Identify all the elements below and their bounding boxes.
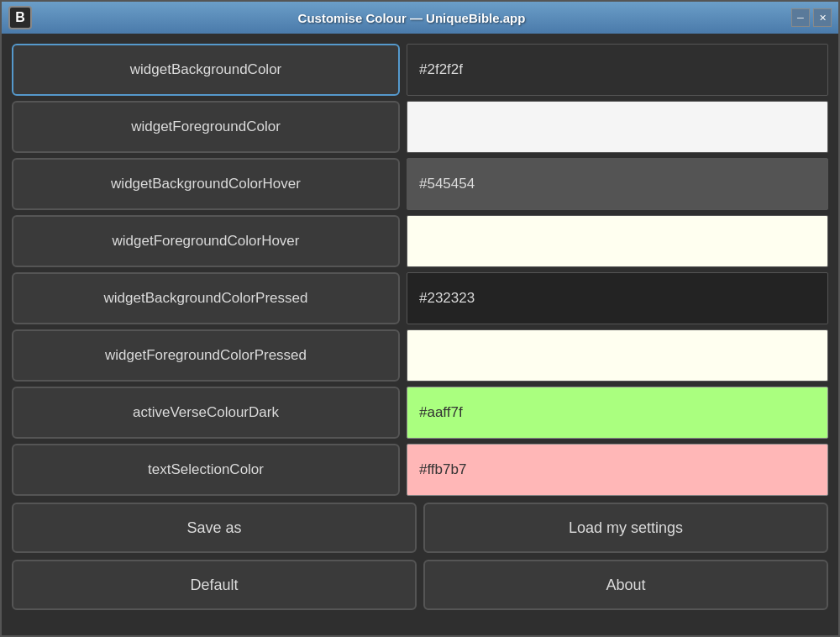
label-button-widgetForegroundColorHover[interactable]: widgetForegroundColorHover — [12, 215, 400, 267]
content-area: widgetBackgroundColor#2f2f2fwidgetForegr… — [2, 34, 838, 635]
color-value-widgetBackgroundColorPressed[interactable]: #232323 — [407, 272, 828, 324]
titlebar: B Customise Colour — UniqueBible.app ─ ✕ — [2, 2, 838, 34]
default-button[interactable]: Default — [12, 560, 417, 610]
bottom-buttons-row-2: Default About — [12, 560, 828, 610]
window-title: Customise Colour — UniqueBible.app — [32, 11, 791, 25]
app-logo: B — [8, 6, 32, 29]
color-row-widgetBackgroundColorHover: widgetBackgroundColorHover#545454 — [12, 158, 828, 210]
label-button-widgetForegroundColorPressed[interactable]: widgetForegroundColorPressed — [12, 329, 400, 382]
color-rows-container: widgetBackgroundColor#2f2f2fwidgetForegr… — [12, 44, 828, 496]
main-window: B Customise Colour — UniqueBible.app ─ ✕… — [0, 0, 840, 637]
color-row-widgetForegroundColorHover: widgetForegroundColorHover — [12, 215, 828, 267]
color-value-textSelectionColor[interactable]: #ffb7b7 — [407, 444, 828, 496]
label-button-widgetBackgroundColor[interactable]: widgetBackgroundColor — [12, 44, 400, 96]
close-button[interactable]: ✕ — [813, 8, 832, 27]
label-button-activeVerseColourDark[interactable]: activeVerseColourDark — [12, 387, 400, 439]
color-row-widgetForegroundColorPressed: widgetForegroundColorPressed — [12, 329, 828, 382]
color-value-widgetForegroundColorHover[interactable] — [407, 215, 828, 267]
label-button-widgetBackgroundColorPressed[interactable]: widgetBackgroundColorPressed — [12, 272, 400, 324]
save-as-button[interactable]: Save as — [12, 503, 417, 553]
color-row-widgetBackgroundColorPressed: widgetBackgroundColorPressed#232323 — [12, 272, 828, 324]
label-button-textSelectionColor[interactable]: textSelectionColor — [12, 444, 400, 496]
minimize-button[interactable]: ─ — [791, 8, 810, 27]
color-row-textSelectionColor: textSelectionColor#ffb7b7 — [12, 444, 828, 496]
color-value-widgetForegroundColorPressed[interactable] — [407, 329, 828, 382]
label-button-widgetBackgroundColorHover[interactable]: widgetBackgroundColorHover — [12, 158, 400, 210]
color-value-widgetBackgroundColor[interactable]: #2f2f2f — [407, 44, 828, 96]
color-row-widgetForegroundColor: widgetForegroundColor — [12, 101, 828, 153]
window-controls: ─ ✕ — [791, 8, 832, 27]
color-value-activeVerseColourDark[interactable]: #aaff7f — [407, 387, 828, 439]
bottom-buttons-row: Save as Load my settings — [12, 503, 828, 553]
color-row-activeVerseColourDark: activeVerseColourDark#aaff7f — [12, 387, 828, 439]
load-settings-button[interactable]: Load my settings — [423, 503, 828, 553]
label-button-widgetForegroundColor[interactable]: widgetForegroundColor — [12, 101, 400, 153]
color-value-widgetBackgroundColorHover[interactable]: #545454 — [407, 158, 828, 210]
color-value-widgetForegroundColor[interactable] — [407, 101, 828, 153]
color-row-widgetBackgroundColor: widgetBackgroundColor#2f2f2f — [12, 44, 828, 96]
about-button[interactable]: About — [423, 560, 828, 610]
